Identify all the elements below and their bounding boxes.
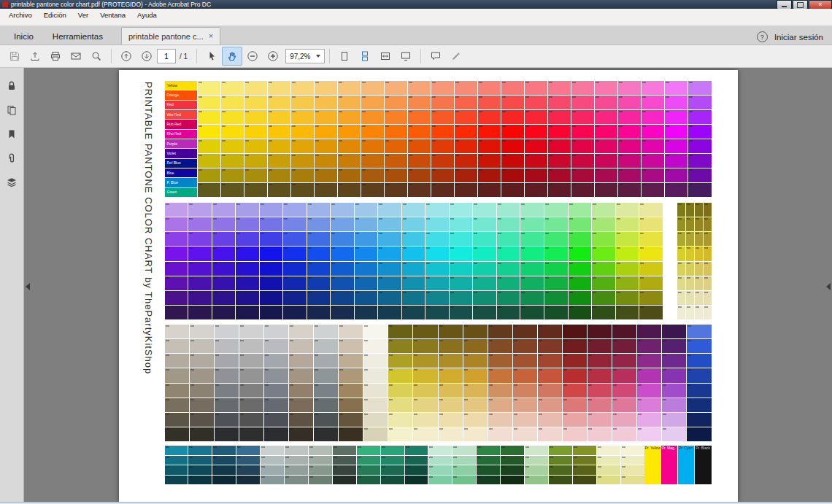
bookmarks-panel-button[interactable]	[4, 126, 20, 142]
color-swatch	[662, 384, 686, 398]
color-swatch	[244, 139, 267, 153]
doc-tab-close-icon[interactable]: ×	[209, 32, 213, 40]
color-swatch	[569, 262, 592, 276]
color-swatch	[618, 96, 641, 109]
menu-ventana[interactable]: Ventana	[94, 11, 131, 19]
pantone-grid-neutral	[165, 325, 712, 441]
swatch-column	[544, 203, 568, 319]
menu-ver[interactable]: Ver	[72, 11, 94, 19]
base-color-chip: Violet	[165, 149, 197, 158]
select-tool-button[interactable]	[201, 47, 222, 66]
sign-in-button[interactable]: Iniciar sesión	[774, 33, 823, 42]
single-page-view-button[interactable]	[334, 47, 355, 66]
color-swatch	[639, 291, 663, 305]
color-swatch	[497, 203, 520, 217]
color-swatch	[244, 168, 267, 182]
color-swatch	[637, 413, 661, 427]
color-swatch	[264, 354, 288, 368]
color-swatch	[239, 427, 263, 441]
document-viewport[interactable]: PRINTABLE PANTONE COLOR CHART by ThePart…	[24, 68, 832, 502]
page-number-input[interactable]	[157, 49, 176, 63]
document-tab[interactable]: printable pantone c... ×	[121, 27, 220, 44]
color-swatch	[165, 262, 188, 276]
color-swatch	[544, 203, 568, 217]
zoom-level-select[interactable]: 97,2%	[285, 49, 325, 63]
find-button[interactable]	[86, 47, 107, 66]
swatch-column	[291, 81, 314, 197]
color-swatch	[501, 154, 524, 168]
hand-tool-button[interactable]	[222, 47, 242, 66]
help-icon[interactable]: ?	[757, 31, 768, 42]
menu-archivo[interactable]: Archivo	[3, 11, 38, 19]
color-swatch	[501, 446, 524, 455]
swatch-column	[639, 203, 663, 319]
color-swatch	[573, 456, 596, 465]
color-swatch	[549, 446, 572, 455]
color-swatch	[573, 465, 596, 475]
color-swatch	[212, 247, 236, 260]
color-swatch	[463, 368, 488, 382]
content-area: PRINTABLE PANTONE COLOR CHART by ThePart…	[0, 68, 832, 502]
color-swatch	[388, 384, 412, 398]
attachments-panel-button[interactable]	[4, 150, 20, 166]
menu-ayuda[interactable]: Ayuda	[131, 11, 163, 19]
lock-icon	[6, 80, 18, 92]
color-swatch	[165, 217, 188, 231]
collapse-left-pane-button[interactable]	[24, 278, 31, 295]
color-swatch	[544, 217, 568, 231]
color-swatch	[439, 384, 463, 398]
color-swatch	[595, 96, 617, 109]
window-controls: ×	[776, 0, 832, 9]
expand-right-pane-button[interactable]	[825, 278, 832, 295]
color-swatch	[357, 476, 380, 485]
color-swatch	[431, 154, 454, 168]
tab-inicio[interactable]: Inicio	[4, 28, 43, 44]
color-swatch	[665, 125, 687, 139]
color-swatch	[236, 203, 259, 217]
presentation-view-button[interactable]	[396, 47, 416, 66]
color-swatch	[190, 413, 214, 427]
color-swatch	[355, 276, 378, 290]
continuous-view-button[interactable]	[355, 47, 375, 66]
color-swatch	[339, 325, 363, 338]
color-swatch	[478, 81, 501, 95]
share-button[interactable]	[25, 47, 45, 66]
save-button[interactable]	[4, 47, 25, 66]
color-swatch	[212, 456, 236, 465]
security-panel-button[interactable]	[4, 78, 20, 94]
color-swatch	[283, 291, 307, 305]
print-button[interactable]	[45, 47, 66, 66]
color-swatch	[497, 276, 520, 290]
color-swatch	[662, 339, 686, 353]
swatch-column	[616, 203, 639, 319]
process-color-swatch: Pr. Mag.	[661, 446, 677, 484]
layers-panel-button[interactable]	[4, 174, 20, 190]
next-page-button[interactable]	[136, 47, 157, 66]
color-swatch	[592, 247, 615, 260]
fit-width-button[interactable]	[375, 47, 396, 66]
menu-edicion[interactable]: Edición	[38, 11, 72, 19]
zoom-out-button[interactable]	[242, 47, 263, 66]
highlight-button[interactable]	[446, 47, 466, 66]
swatch-column	[637, 325, 661, 441]
color-swatch	[261, 465, 284, 475]
color-swatch	[268, 154, 290, 168]
color-swatch	[588, 398, 612, 412]
color-swatch	[642, 154, 664, 168]
swatch-column	[501, 446, 524, 484]
page-thumbnails-button[interactable]	[4, 102, 20, 118]
zoom-in-button[interactable]	[263, 47, 283, 66]
comment-button[interactable]	[425, 47, 446, 66]
email-button[interactable]	[66, 47, 86, 66]
color-swatch	[221, 154, 244, 168]
color-swatch	[618, 154, 641, 168]
color-swatch	[455, 125, 477, 139]
tab-herramientas[interactable]: Herramientas	[43, 28, 112, 44]
process-color-label: Pr. Yellow	[645, 446, 661, 450]
color-swatch	[408, 125, 431, 139]
color-swatch	[595, 154, 617, 168]
color-swatch	[212, 276, 236, 290]
color-swatch	[402, 291, 425, 305]
chevron-left-icon	[826, 283, 831, 290]
previous-page-button[interactable]	[116, 47, 136, 66]
